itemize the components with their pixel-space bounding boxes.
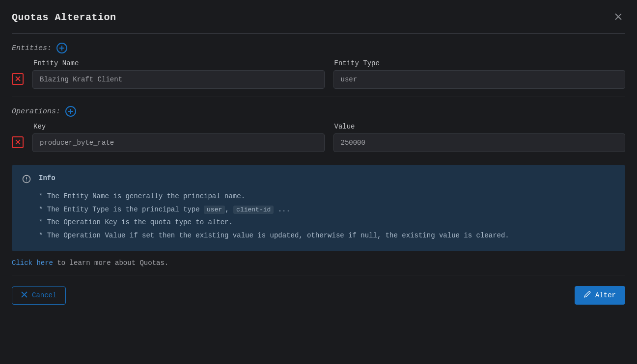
operation-key-input[interactable]: [32, 133, 325, 152]
info-line-3: * The Operation Key is the quota type to…: [39, 216, 615, 229]
operations-section: Operations: Key Value: [12, 106, 625, 156]
entity-type-input[interactable]: [333, 70, 626, 89]
x-icon: [21, 291, 28, 300]
entity-name-label: Entity Name: [32, 59, 325, 67]
operation-key-field: Key: [32, 123, 325, 152]
delete-operation-button[interactable]: [12, 136, 24, 148]
pencil-icon: [584, 291, 591, 300]
dialog-title: Quotas Alteration: [12, 12, 116, 23]
info-line-2-sep: ,: [225, 206, 233, 213]
x-icon: [15, 139, 21, 146]
entity-type-label: Entity Type: [333, 59, 626, 67]
operations-section-label: Operations:: [12, 107, 60, 116]
entities-section-header: Entities:: [12, 43, 625, 53]
info-content: Info * The Entity Name is generally the …: [39, 174, 615, 242]
learn-more-text: Click here to learn more about Quotas.: [12, 259, 625, 276]
info-line-4: * The Operation Value if set then the ex…: [39, 229, 615, 242]
info-title: Info: [39, 174, 615, 182]
delete-entity-button[interactable]: [12, 73, 24, 85]
operation-row: Key Value: [12, 123, 625, 152]
operation-value-label: Value: [333, 123, 626, 130]
close-icon: [614, 11, 622, 23]
x-icon: [15, 76, 21, 83]
info-line-1: * The Entity Name is generally the princ…: [39, 190, 615, 203]
info-lines: * The Entity Name is generally the princ…: [39, 190, 615, 242]
entity-name-input[interactable]: [32, 70, 325, 89]
cancel-button[interactable]: Cancel: [12, 286, 66, 305]
entity-name-field: Entity Name: [32, 59, 325, 89]
alter-button[interactable]: Alter: [575, 286, 625, 305]
alter-button-label: Alter: [595, 291, 616, 299]
info-box: Info * The Entity Name is generally the …: [12, 165, 625, 251]
cancel-button-label: Cancel: [32, 291, 56, 299]
dialog-header: Quotas Alteration: [12, 10, 625, 34]
add-entity-button[interactable]: [56, 43, 67, 53]
dialog-footer: Cancel Alter: [12, 276, 625, 305]
entities-section: Entities: Entity Name Entity Type: [12, 43, 625, 97]
info-icon: [22, 174, 31, 242]
entities-section-label: Entities:: [12, 44, 52, 52]
operation-value-input[interactable]: [333, 133, 626, 152]
code-chip-user: user: [204, 206, 225, 214]
info-line-2-prefix: * The Entity Type is the principal type: [39, 206, 204, 213]
plus-icon: [59, 45, 65, 51]
learn-more-link[interactable]: Click here: [12, 259, 53, 267]
svg-point-12: [26, 181, 27, 182]
add-operation-button[interactable]: [65, 106, 76, 117]
learn-more-rest: to learn more about Quotas.: [53, 259, 168, 267]
operations-section-header: Operations:: [12, 106, 625, 117]
operation-value-field: Value: [333, 123, 626, 152]
plus-icon: [68, 108, 74, 114]
operation-key-label: Key: [32, 123, 325, 130]
info-line-2: * The Entity Type is the principal type …: [39, 203, 615, 216]
entity-row: Entity Name Entity Type: [12, 59, 625, 89]
code-chip-clientid: client-id: [233, 206, 274, 214]
close-button[interactable]: [611, 10, 625, 25]
info-line-2-suffix: ...: [274, 206, 290, 213]
entity-type-field: Entity Type: [333, 59, 626, 89]
